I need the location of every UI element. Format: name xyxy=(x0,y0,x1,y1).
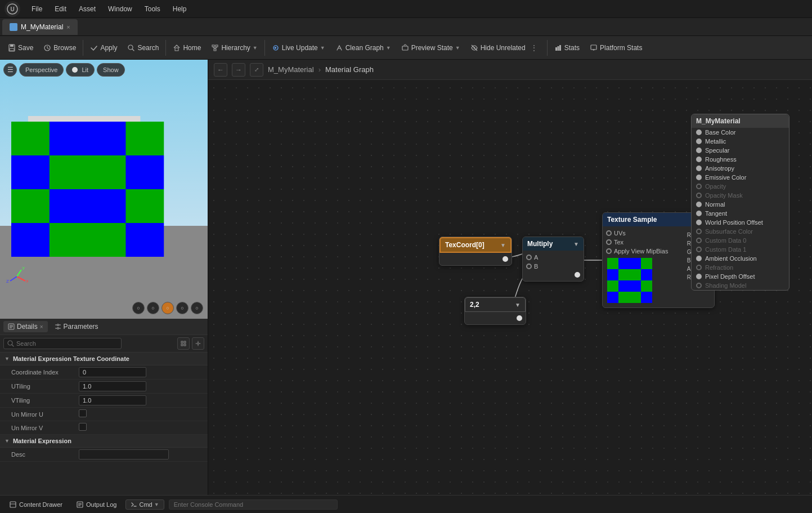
show-button[interactable]: Show xyxy=(97,63,125,77)
multiply-b-input xyxy=(526,264,532,269)
cmd-button[interactable]: Cmd ▼ xyxy=(125,499,164,510)
multiply-node[interactable]: Multiply ▼ A B xyxy=(522,237,584,282)
ts-uvs-input xyxy=(606,230,612,236)
axes-indicator: X Y Z xyxy=(6,265,28,288)
tex-cell xyxy=(607,292,618,303)
breadcrumb-expand[interactable]: ⤢ xyxy=(250,63,263,77)
hide-unrelated-button[interactable]: Hide Unrelated ⋮ xyxy=(466,39,545,57)
mat-subsurface: Subsurface Color xyxy=(692,227,789,236)
mat-base-color: Base Color xyxy=(692,128,789,137)
vp-circle-4[interactable]: ○ xyxy=(176,302,189,314)
lit-icon xyxy=(72,67,78,73)
live-update-button[interactable]: Live Update ▼ xyxy=(267,42,330,54)
multiply-collapse[interactable]: ▼ xyxy=(573,241,579,247)
content-drawer-button[interactable]: Content Drawer xyxy=(5,499,67,510)
menu-asset[interactable]: Asset xyxy=(73,4,101,14)
breadcrumb-forward[interactable]: → xyxy=(232,63,245,77)
texture-sample-title: Texture Sample xyxy=(607,216,657,224)
constant-node[interactable]: 2,2 ▼ xyxy=(464,297,526,325)
svg-text:Z: Z xyxy=(6,279,9,284)
clean-graph-arrow: ▼ xyxy=(386,45,391,51)
unmirror-v-checkbox[interactable] xyxy=(79,423,87,431)
perspective-label: Perspective xyxy=(25,66,57,73)
texcoord-collapse[interactable]: ▼ xyxy=(500,242,506,248)
prop-label-vtiling: VTiling xyxy=(11,397,79,404)
texture-sample-inputs: UVs Tex Apply View MipBias xyxy=(603,229,684,305)
browse-button[interactable]: Browse xyxy=(39,42,80,54)
prop-value-unmirror-u xyxy=(79,409,203,419)
lit-button[interactable]: Lit xyxy=(66,63,95,77)
details-grid-icon[interactable] xyxy=(177,337,190,350)
vp-circle-1[interactable]: ○ xyxy=(132,302,145,314)
preview-state-button[interactable]: Preview State ▼ xyxy=(397,42,465,54)
details-tab-icon xyxy=(8,323,15,330)
mat-opacity: Opacity xyxy=(692,182,789,191)
content-drawer-icon xyxy=(9,501,17,508)
utiling-input[interactable] xyxy=(79,381,146,391)
breadcrumb-material: M_MyMaterial xyxy=(268,65,314,74)
graph-area[interactable]: ← → ⤢ M_MyMaterial › Material Graph xyxy=(208,60,812,495)
material-tab[interactable]: M_MyMaterial × xyxy=(2,19,78,35)
mat-normal-pin xyxy=(696,202,702,207)
perspective-button[interactable]: Perspective xyxy=(19,63,64,77)
desc-input[interactable] xyxy=(79,449,169,460)
constant-header: 2,2 ▼ xyxy=(465,297,526,312)
home-button[interactable]: Home xyxy=(168,42,205,54)
texcoord-node[interactable]: TexCoord[0] ▼ xyxy=(439,237,512,266)
menu-edit[interactable]: Edit xyxy=(49,4,72,14)
constant-title: 2,2 xyxy=(470,301,479,309)
toolbar-more[interactable]: ⋮ xyxy=(528,41,540,55)
parameters-tab[interactable]: Parameters xyxy=(50,321,103,332)
details-action-icons xyxy=(177,337,204,350)
details-search-input[interactable] xyxy=(3,338,122,349)
ts-uvs-pin: UVs xyxy=(603,229,684,238)
svg-point-37 xyxy=(57,324,59,326)
search-icon-wrap xyxy=(3,338,122,349)
ue-logo[interactable]: U xyxy=(5,1,20,17)
stats-button[interactable]: Stats xyxy=(550,42,584,54)
search-icon xyxy=(7,340,15,347)
section-texture-coord[interactable]: ▼ Material Expression Texture Coordinate xyxy=(0,353,208,365)
unmirror-u-checkbox[interactable] xyxy=(79,409,87,417)
hierarchy-arrow: ▼ xyxy=(253,45,258,51)
clean-graph-button[interactable]: Clean Graph ▼ xyxy=(331,42,396,54)
viewport-menu-icon[interactable]: ☰ xyxy=(3,63,17,77)
prop-value-coord xyxy=(79,367,203,377)
material-output-node[interactable]: M_MyMaterial Base Color Metallic Specula… xyxy=(691,114,789,291)
hierarchy-button[interactable]: Hierarchy ▼ xyxy=(207,42,262,54)
vp-circle-3[interactable]: ○ xyxy=(161,302,174,314)
details-tab-close[interactable]: × xyxy=(40,324,43,330)
mat-refraction: Refraction xyxy=(692,263,789,272)
menu-help[interactable]: Help xyxy=(167,4,192,14)
svg-rect-45 xyxy=(181,341,183,343)
tex-cell xyxy=(630,280,641,292)
texcoord-out-pin xyxy=(439,255,512,263)
menu-window[interactable]: Window xyxy=(102,4,138,14)
vp-circle-5[interactable]: ○ xyxy=(191,302,203,314)
texcoord-header: TexCoord[0] ▼ xyxy=(439,237,512,253)
output-log-button[interactable]: Output Log xyxy=(71,499,121,510)
cmd-arrow: ▼ xyxy=(154,502,159,507)
breadcrumb-back[interactable]: ← xyxy=(214,63,227,77)
preview-state-arrow: ▼ xyxy=(455,45,460,51)
vtiling-input[interactable] xyxy=(79,395,146,405)
details-tab[interactable]: Details × xyxy=(3,321,48,332)
mat-tangent-pin xyxy=(696,211,702,216)
platform-stats-button[interactable]: Platform Stats xyxy=(585,42,647,54)
viewport[interactable]: ☰ Perspective Lit Show X Y xyxy=(0,60,208,319)
mat-base-color-pin xyxy=(696,130,702,135)
menu-tools[interactable]: Tools xyxy=(139,4,166,14)
tex-cell xyxy=(630,269,641,280)
apply-button[interactable]: Apply xyxy=(86,42,122,54)
section-arrow-1: ▼ xyxy=(5,356,10,362)
constant-collapse[interactable]: ▼ xyxy=(515,302,521,308)
console-input[interactable] xyxy=(169,499,338,510)
search-button[interactable]: Search xyxy=(123,42,163,54)
section-material-expr[interactable]: ▼ Material Expression xyxy=(0,435,208,448)
vp-circle-2[interactable]: ○ xyxy=(147,302,159,314)
details-settings-icon[interactable] xyxy=(192,337,204,350)
save-button[interactable]: Save xyxy=(3,42,38,54)
coord-index-input[interactable] xyxy=(79,367,146,377)
tab-close-button[interactable]: × xyxy=(66,24,70,30)
menu-file[interactable]: File xyxy=(26,4,48,14)
